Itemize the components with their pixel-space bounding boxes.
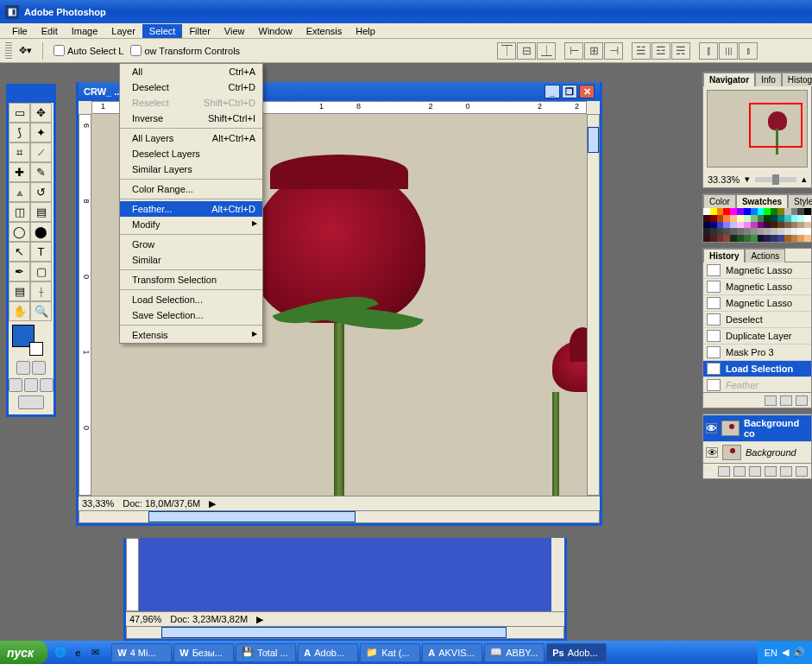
marquee-tool-icon[interactable]: ▭ — [9, 103, 30, 123]
swatch[interactable] — [730, 222, 737, 229]
swatch[interactable] — [804, 215, 811, 222]
swatch[interactable] — [797, 208, 804, 215]
dodge-tool-icon[interactable]: ⬤ — [30, 222, 52, 242]
tray-lang[interactable]: EN — [765, 648, 777, 658]
zoom-out-icon[interactable]: ▾ — [745, 174, 750, 185]
swatch[interactable] — [703, 228, 710, 235]
swatch[interactable] — [710, 228, 717, 235]
swatch[interactable] — [730, 228, 737, 235]
move-tool-preset-icon[interactable]: ✥▾ — [19, 45, 32, 56]
swatch[interactable] — [717, 215, 724, 222]
swatch[interactable] — [717, 222, 724, 229]
swatch[interactable] — [717, 208, 724, 215]
folder-icon[interactable] — [749, 466, 761, 477]
pen-tool-icon[interactable]: ✒ — [9, 262, 30, 281]
swatch[interactable] — [703, 235, 710, 242]
swatch[interactable] — [771, 215, 777, 222]
tab-navigator[interactable]: Navigator — [703, 73, 755, 86]
swatch[interactable] — [797, 215, 804, 222]
history-item[interactable]: Duplicate Layer — [703, 328, 811, 345]
history-item[interactable]: Feather — [703, 377, 811, 392]
menu-item-deselect[interactable]: DeselectCtrl+D — [120, 79, 262, 95]
swatch[interactable] — [764, 228, 771, 235]
adjust-icon[interactable] — [765, 466, 777, 477]
dist-left-icon[interactable]: ⫿ — [699, 42, 718, 60]
menu-item-similar-layers[interactable]: Similar Layers — [120, 161, 262, 177]
swatch[interactable] — [758, 215, 765, 222]
tab-history[interactable]: History — [703, 249, 745, 262]
tray-volume-icon[interactable]: 🔊 — [793, 647, 805, 658]
taskbar-task[interactable]: 💾Total ... — [236, 643, 296, 662]
screen-full-icon[interactable] — [24, 378, 38, 392]
swatch[interactable] — [797, 235, 804, 242]
swatch[interactable] — [730, 215, 737, 222]
menu-item-all[interactable]: AllCtrl+A — [120, 64, 262, 79]
swatch[interactable] — [723, 228, 730, 235]
swatch[interactable] — [771, 208, 777, 215]
dist-vmid-icon[interactable]: ☲ — [651, 42, 670, 60]
navigator-zoom[interactable]: 33.33% — [708, 174, 740, 185]
ql-explorer-icon[interactable]: e — [70, 645, 85, 661]
notes-tool-icon[interactable]: ▤ — [9, 281, 30, 301]
swatch[interactable] — [710, 222, 717, 229]
ql-desktop-icon[interactable]: 🌐 — [53, 645, 68, 661]
swatch[interactable] — [771, 222, 777, 229]
swatch[interactable] — [723, 235, 730, 242]
background-color[interactable] — [29, 342, 43, 356]
swatch[interactable] — [744, 222, 751, 229]
shape-tool-icon[interactable]: ▢ — [30, 262, 52, 281]
auto-select-checkbox[interactable]: Auto Select L — [54, 45, 123, 56]
menu-item-extensis[interactable]: Extensis — [120, 327, 262, 343]
align-left-icon[interactable]: ⊢ — [564, 42, 583, 60]
type-tool-icon[interactable]: T — [30, 242, 52, 262]
history-item[interactable]: Magnetic Lasso — [703, 295, 811, 312]
snapshot-icon[interactable] — [765, 395, 777, 406]
swatch[interactable] — [751, 222, 758, 229]
mode-quickmask-icon[interactable] — [32, 361, 46, 375]
swatch[interactable] — [723, 215, 730, 222]
swatch[interactable] — [777, 228, 784, 235]
swatch[interactable] — [758, 235, 765, 242]
taskbar-task[interactable]: PsAdob... — [546, 643, 607, 662]
history-item[interactable]: Load Selection — [703, 361, 811, 377]
canvas-2[interactable] — [139, 538, 551, 611]
doc1-close-button[interactable]: ✕ — [579, 85, 595, 98]
taskbar-task[interactable]: WБезы... — [173, 643, 234, 662]
zoom-level[interactable]: 33,33% — [82, 498, 114, 509]
taskbar-task[interactable]: W4 Mi... — [111, 643, 172, 662]
menu-item-all-layers[interactable]: All LayersAlt+Ctrl+A — [120, 130, 262, 146]
swatch[interactable] — [758, 208, 765, 215]
menu-help[interactable]: Help — [349, 24, 382, 38]
align-top-icon[interactable]: ⏉ — [497, 42, 516, 60]
dist-hmid-icon[interactable]: ⫼ — [719, 42, 738, 60]
menu-item-feather-[interactable]: Feather...Alt+Ctrl+D — [120, 201, 262, 217]
eraser-tool-icon[interactable]: ◫ — [9, 202, 30, 222]
swatch[interactable] — [703, 208, 710, 215]
zoom-slider[interactable] — [755, 177, 796, 182]
start-button[interactable]: пуск — [0, 641, 47, 664]
menu-item-similar[interactable]: Similar — [120, 252, 262, 268]
swatch[interactable] — [784, 228, 791, 235]
swatch[interactable] — [710, 215, 717, 222]
swatch[interactable] — [784, 222, 791, 229]
swatch[interactable] — [784, 208, 791, 215]
zoom-in-icon[interactable]: ▴ — [802, 174, 807, 185]
menu-window[interactable]: Window — [252, 24, 299, 38]
swatch[interactable] — [764, 235, 771, 242]
swatch[interactable] — [751, 215, 758, 222]
doc1-maximize-button[interactable]: ❐ — [562, 85, 577, 98]
color-swatches[interactable] — [9, 321, 54, 359]
trash-layer-icon[interactable] — [796, 466, 808, 477]
zoom-tool-icon[interactable]: 🔍 — [30, 301, 52, 321]
swatch[interactable] — [717, 228, 724, 235]
brush-tool-icon[interactable]: ✎ — [30, 162, 52, 182]
dist-top-icon[interactable]: ☱ — [632, 42, 651, 60]
align-right-icon[interactable]: ⊣ — [604, 42, 623, 60]
menu-edit[interactable]: Edit — [35, 24, 65, 38]
history-brush-icon[interactable]: ↺ — [30, 182, 52, 202]
crop-tool-icon[interactable]: ⌗ — [9, 142, 30, 162]
swatch[interactable] — [791, 235, 798, 242]
swatch[interactable] — [758, 222, 765, 229]
swatch[interactable] — [710, 235, 717, 242]
slice-tool-icon[interactable]: ⟋ — [30, 142, 52, 162]
